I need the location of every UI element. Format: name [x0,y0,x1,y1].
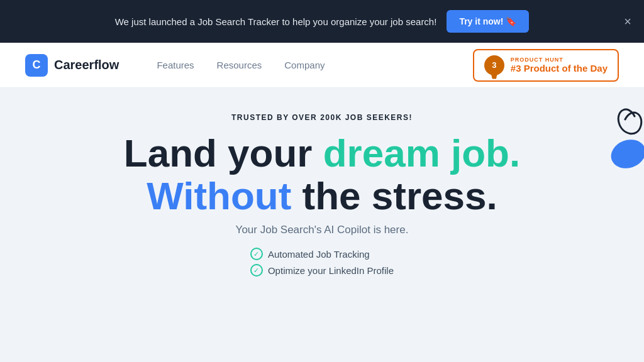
badge-label: PRODUCT HUNT [511,57,608,63]
feature-item-1: ✓ Automated Job Tracking [250,248,370,260]
hero-line1: Land your dream job. [124,132,520,175]
navbar: C Careerflow Features Resources Company … [0,43,644,88]
svg-point-0 [607,135,644,173]
hero-line2-b: the stress. [291,174,497,217]
announcement-banner: We just launched a Job Search Tracker to… [0,0,644,43]
banner-text: We just launched a Job Search Tracker to… [115,16,437,27]
trusted-text: TRUSTED BY OVER 200K JOB SEEKERS! [231,113,413,122]
banner-close-button[interactable]: × [624,15,631,28]
decorative-spiral [575,101,644,178]
check-icon-2: ✓ [250,264,263,277]
banner-cta-button[interactable]: Try it now! 🔖 [447,10,529,33]
logo-link[interactable]: C Careerflow [25,54,119,77]
nav-link-resources[interactable]: Resources [217,60,262,70]
hero-without: Without [147,174,291,217]
logo-name: Careerflow [54,58,119,72]
badge-medal: 3 [484,55,504,75]
feature-item-2: ✓ Optimize your LinkedIn Profile [250,264,394,277]
nav-link-company[interactable]: Company [284,60,325,70]
hero-heading: Land your dream job. Without the stress. [124,132,520,217]
check-icon-1: ✓ [250,248,263,260]
product-hunt-badge[interactable]: 3 PRODUCT HUNT #3 Product of the Day [473,49,619,82]
feature-list: ✓ Automated Job Tracking ✓ Optimize your… [250,248,394,277]
badge-title: #3 Product of the Day [511,63,608,74]
hero-section: TRUSTED BY OVER 200K JOB SEEKERS! Land y… [0,88,644,277]
badge-info: PRODUCT HUNT #3 Product of the Day [511,57,608,74]
hero-dream-job: dream job. [323,131,521,175]
feature-label-2: Optimize your LinkedIn Profile [268,265,394,276]
hero-line2: Without the stress. [124,175,520,217]
hero-line1-a: Land your [124,131,323,175]
hero-subheading: Your Job Search's AI Copilot is here. [236,224,409,236]
trusted-suffix: JOB SEEKERS! [342,113,413,122]
feature-label-1: Automated Job Tracking [268,249,370,260]
trusted-bold: 200K [320,113,342,122]
trusted-prefix: TRUSTED BY OVER [231,113,320,122]
nav-link-features[interactable]: Features [157,60,194,70]
nav-links: Features Resources Company [157,60,472,70]
logo-icon: C [25,54,48,77]
